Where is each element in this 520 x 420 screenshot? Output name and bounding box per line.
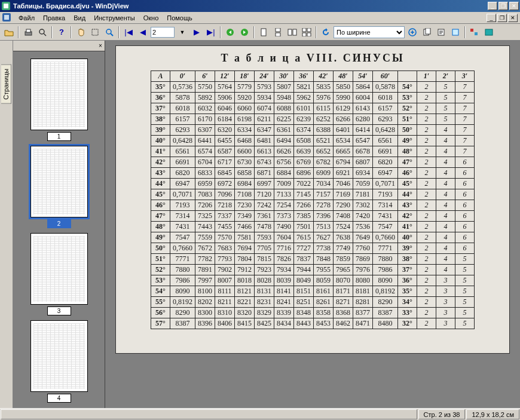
table-cell: 6691 (373, 146, 398, 157)
table-row: 54°8090810081118121813181418151816181718… (151, 286, 475, 297)
table-header-cell: 60′ (373, 71, 398, 82)
first-page-button[interactable]: |◀ (122, 26, 135, 39)
menu-edit[interactable]: Правка (39, 13, 69, 23)
layout-facing-button[interactable] (286, 26, 299, 39)
table-cell: 6858 (235, 168, 255, 179)
table-cell: 5948 (274, 93, 294, 103)
svg-rect-16 (288, 29, 292, 35)
info-button[interactable] (449, 26, 462, 39)
table-cell: 7547 (373, 222, 398, 232)
layout-single-button[interactable] (257, 26, 270, 39)
mdi-close-button[interactable]: ✕ (508, 14, 518, 22)
table-cell: 7361 (255, 211, 274, 222)
table-cell: 8471 (353, 318, 373, 329)
table-cell: 8348 (294, 308, 314, 318)
document-scroll[interactable]: Т а б л и ц а VIII. СИНУСЫ A0′6′12′18′24… (105, 41, 520, 408)
table-cell: 8271 (334, 297, 353, 308)
select-tool-button[interactable] (88, 26, 102, 39)
table-cell: 0,5878 (373, 82, 398, 93)
table-cell: 2 (417, 136, 436, 146)
table-cell: 7254 (274, 200, 294, 211)
table-cell: 5 (455, 275, 475, 286)
table-cell: 7683 (215, 243, 235, 254)
table-cell: 7955 (314, 265, 334, 275)
rotate-button[interactable] (319, 26, 332, 39)
table-cell: 8018 (235, 275, 255, 286)
page-thumbnail[interactable] (30, 59, 88, 130)
zoom-select[interactable]: 50%100%200%По ширинеСтраница целиком (334, 26, 405, 38)
export-button[interactable] (435, 26, 448, 39)
thumbnail-list[interactable]: 1234 (13, 51, 105, 408)
table-cell: 7524 (334, 222, 353, 232)
workspace: Страницы × 1234 Т а б л и ц а VIII. СИНУ… (0, 41, 520, 408)
table-cell: 5990 (334, 93, 353, 103)
table-cell: 0,6428 (373, 125, 398, 136)
hand-tool-button[interactable] (74, 26, 87, 39)
menu-view[interactable]: Вид (69, 13, 90, 23)
page-number-input[interactable] (151, 27, 175, 38)
table-cell: 6547 (353, 136, 373, 146)
table-cell: 6600 (235, 146, 255, 157)
help-button[interactable]: ? (55, 26, 68, 39)
layout-continuous-button[interactable] (271, 26, 285, 39)
table-cell: 8368 (334, 308, 353, 318)
table-cell: 7169 (334, 189, 353, 200)
svg-point-6 (39, 29, 44, 34)
maximize-button[interactable]: ❐ (498, 2, 508, 10)
fullscreen-button[interactable] (482, 26, 495, 39)
table-cell: 6129 (334, 103, 353, 114)
pages-tab[interactable]: Страницы (1, 65, 11, 104)
copy-button[interactable] (420, 26, 433, 39)
table-cell: 7325 (195, 211, 215, 222)
table-cell: 6639 (294, 146, 314, 157)
open-button[interactable] (2, 26, 16, 39)
svg-rect-1 (4, 4, 8, 8)
bradis-table: A0′6′12′18′24′30′36′42′48′54′60′1′2′3′35… (151, 70, 475, 329)
thumbnail-close-button[interactable]: × (96, 42, 105, 50)
menu-window[interactable]: Окно (139, 13, 163, 23)
table-cell: 7 (455, 125, 475, 136)
table-cell: 7672 (195, 243, 215, 254)
page-thumbnail[interactable] (30, 146, 88, 217)
toggle-panel-button[interactable] (468, 26, 481, 39)
page-thumbnail[interactable] (30, 320, 88, 392)
table-cell: 38° (398, 254, 417, 265)
menu-tools[interactable]: Инструменты (90, 13, 139, 23)
table-cell: 35° (151, 82, 170, 93)
table-cell: 6561 (170, 146, 195, 157)
table-cell: 0,6428 (170, 136, 195, 146)
next-page-button[interactable]: ▶ (190, 26, 203, 39)
find-button[interactable] (36, 26, 49, 39)
mdi-restore-button[interactable]: ❐ (497, 14, 507, 22)
minimize-button[interactable]: _ (488, 2, 497, 10)
table-cell: 7431 (170, 222, 195, 232)
table-cell: 7826 (274, 254, 294, 265)
close-button[interactable]: ✕ (509, 2, 519, 10)
table-cell: 2 (417, 157, 436, 168)
zoom-in-button[interactable] (406, 26, 419, 39)
nav-forward-button[interactable] (238, 26, 251, 39)
page-dropdown-button[interactable]: ▼ (176, 26, 189, 39)
table-cell: 4 (436, 222, 455, 232)
nav-back-button[interactable] (224, 26, 237, 39)
table-cell: 7157 (314, 189, 334, 200)
last-page-button[interactable]: ▶| (204, 26, 218, 39)
table-cell: 7771 (170, 254, 195, 265)
prev-page-button[interactable]: ◀ (136, 26, 149, 39)
page-thumbnail[interactable] (30, 233, 88, 305)
layout-continuous-facing-button[interactable] (300, 26, 313, 39)
table-cell: 7490 (274, 222, 294, 232)
table-cell: 7420 (353, 211, 373, 222)
table-cell: 4 (436, 136, 455, 146)
print-button[interactable] (22, 26, 35, 39)
table-cell: 6494 (274, 136, 294, 146)
table-cell: 6909 (314, 168, 334, 179)
table-cell: 7373 (274, 211, 294, 222)
table-cell: 5934 (255, 93, 274, 103)
table-cell: 36° (151, 93, 170, 103)
mdi-minimize-button[interactable]: _ (487, 14, 496, 22)
menu-file[interactable]: Файл (14, 13, 39, 23)
menu-help[interactable]: Помощь (163, 13, 197, 23)
zoom-tool-button[interactable] (103, 26, 116, 39)
table-cell: 7 (455, 82, 475, 93)
